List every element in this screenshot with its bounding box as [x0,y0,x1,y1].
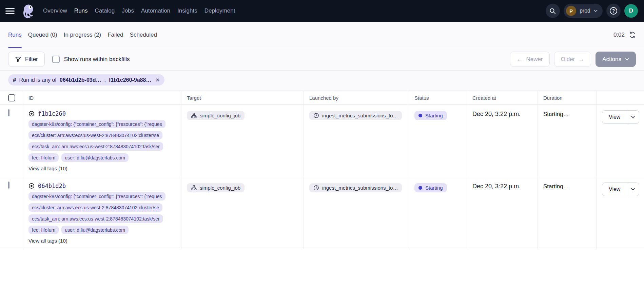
actions-button[interactable]: Actions [596,52,636,67]
duration-value: Starting… [538,105,597,177]
run-id-link[interactable]: f1b1c260 [38,110,66,117]
top-navbar: Overview Runs Catalog Jobs Automation In… [0,0,644,22]
launched-by-pill[interactable]: ingest_metrics_submissions_to… [309,111,402,120]
chevron-down-icon [631,116,635,118]
filter-chip-separator: , [104,77,105,83]
view-split-button: View [602,183,639,196]
column-header-duration: Duration [538,91,597,104]
status-dot-icon [418,186,422,190]
filter-button[interactable]: Filter [8,52,45,67]
environment-avatar: P [566,6,576,16]
clock-icon [313,113,319,118]
view-split-button: View [602,110,639,124]
nav-item-runs[interactable]: Runs [74,7,88,14]
run-tag[interactable]: fee: fifofum [28,226,59,234]
hash-icon: # [13,77,16,83]
launched-by-pill[interactable]: ingest_metrics_submissions_to… [309,183,402,192]
nav-item-overview[interactable]: Overview [43,7,67,14]
column-header-actions [597,91,644,104]
column-header-status: Status [409,91,467,104]
environment-switcher[interactable]: P prod [564,4,603,18]
target-job-pill[interactable]: simple_config_job [187,183,245,192]
table-row: 064b1d2b dagster-k8s/config: {"container… [0,177,644,249]
created-at-value: Dec 20, 3:22 p.m. [467,177,538,249]
run-tag[interactable]: dagster-k8s/config: {"container_config":… [28,192,165,201]
table-row: f1b1c260 dagster-k8s/config: {"container… [0,104,644,177]
run-id-filter-chip[interactable]: # Run id is any of 064b1d2b-03d… , f1b1c… [8,74,164,85]
refresh-countdown: 0:02 [613,32,625,38]
refresh-icon[interactable] [629,31,636,38]
runs-tabs-bar: Runs Queued (0) In progress (2) Failed S… [0,22,644,48]
arrow-right-icon: → [579,56,584,62]
status-dot-icon [418,114,422,117]
chevron-down-icon [625,58,629,61]
run-tag[interactable]: ecs/cluster: arn:aws:ecs:us-west-2:87848… [28,131,162,139]
run-tag[interactable]: user: d.liu@dagsterlabs.com [61,226,129,234]
show-backfills-label: Show runs within backfills [64,56,130,63]
search-icon [549,8,556,14]
filter-run-id-1: 064b1d2b-03d… [60,77,101,83]
nav-item-insights[interactable]: Insights [177,7,197,14]
job-graph-icon [191,113,197,118]
view-run-button[interactable]: View [602,183,627,196]
status-badge: Starting [414,183,447,192]
run-tag[interactable]: ecs/task_arn: arn:aws:ecs:us-west-2:8784… [28,214,163,223]
tab-scheduled[interactable]: Scheduled [130,22,157,48]
applied-filters-row: # Run id is any of 064b1d2b-03d… , f1b1c… [0,71,644,91]
run-tag[interactable]: ecs/cluster: arn:aws:ecs:us-west-2:87848… [28,203,162,212]
environment-name: prod [580,8,590,14]
run-tag[interactable]: ecs/task_arn: arn:aws:ecs:us-west-2:8784… [28,142,163,151]
filter-run-id-2: f1b1c260-9a88… [109,77,151,83]
status-badge: Starting [414,111,447,120]
clock-icon [313,185,319,191]
nav-item-deployment[interactable]: Deployment [204,7,235,14]
tab-in-progress[interactable]: In progress (2) [64,22,101,48]
search-button[interactable] [546,4,560,18]
table-header-row: ID Target Launched by Status Created at … [0,91,644,104]
chevron-down-icon [594,9,598,12]
view-all-tags-link[interactable]: View all tags (10) [28,166,176,171]
nav-item-automation[interactable]: Automation [141,7,170,14]
nav-item-jobs[interactable]: Jobs [122,7,134,14]
column-header-created-at: Created at [467,91,538,104]
newer-button[interactable]: ← Newer [510,52,550,67]
arrow-left-icon: ← [517,56,523,62]
column-header-target: Target [181,91,304,104]
runs-controls-row: Filter Show runs within backfills ← Newe… [0,48,644,71]
run-starting-spinner-icon [28,111,35,117]
view-all-tags-link[interactable]: View all tags (10) [28,238,176,244]
chevron-down-icon [631,188,635,191]
tab-queued[interactable]: Queued (0) [28,22,57,48]
nav-item-catalog[interactable]: Catalog [95,7,115,14]
run-tag[interactable]: fee: fifofum [28,153,59,162]
target-job-pill[interactable]: simple_config_job [187,111,245,120]
select-all-checkbox[interactable] [8,94,15,101]
view-dropdown-button[interactable] [627,183,639,196]
dagster-logo-icon[interactable] [20,3,36,19]
nav-links: Overview Runs Catalog Jobs Automation In… [43,7,235,14]
view-dropdown-button[interactable] [627,111,639,123]
run-starting-spinner-icon [28,183,35,189]
view-run-button[interactable]: View [602,111,627,123]
run-tag[interactable]: dagster-k8s/config: {"container_config":… [28,120,165,128]
tab-runs[interactable]: Runs [8,22,22,48]
help-icon: ? [610,7,617,15]
remove-filter-icon[interactable]: ✕ [155,77,160,83]
created-at-value: Dec 20, 3:22 p.m. [467,105,538,177]
tab-failed[interactable]: Failed [108,22,123,48]
run-tag[interactable]: user: d.liu@dagsterlabs.com [61,153,129,162]
funnel-icon [15,56,21,62]
filter-chip-text: Run id is any of [19,77,56,83]
hamburger-menu-icon[interactable] [5,8,15,14]
user-avatar[interactable]: D [624,4,638,18]
column-header-id: ID [23,91,181,104]
run-id-link[interactable]: 064b1d2b [38,183,66,189]
older-button[interactable]: Older → [554,52,591,67]
column-header-launched-by: Launched by [304,91,409,104]
runs-table: ID Target Launched by Status Created at … [0,91,644,249]
row-checkbox[interactable] [8,109,9,116]
duration-value: Starting… [538,177,597,249]
help-button[interactable]: ? [606,4,621,18]
row-checkbox[interactable] [8,182,9,189]
show-backfills-checkbox[interactable] [52,56,60,63]
